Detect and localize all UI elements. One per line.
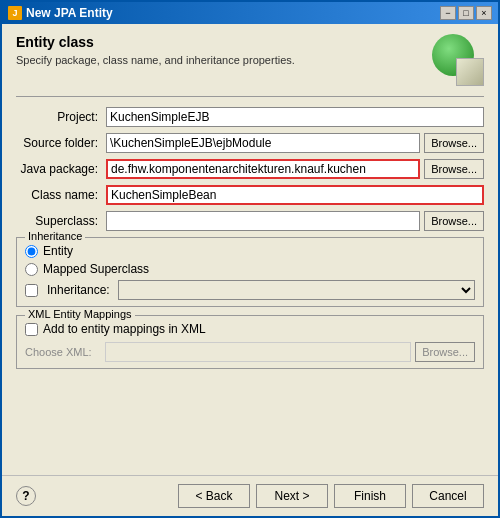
inheritance-dropdown-label: Inheritance: <box>47 283 110 297</box>
help-button[interactable]: ? <box>16 486 36 506</box>
xml-mappings-section: XML Entity Mappings Add to entity mappin… <box>16 315 484 369</box>
add-xml-label: Add to entity mappings in XML <box>43 322 206 336</box>
entity-radio-row: Entity <box>25 244 475 258</box>
inheritance-type-select[interactable] <box>118 280 475 300</box>
title-bar-left: J New JPA Entity <box>8 6 113 20</box>
finish-button[interactable]: Finish <box>334 484 406 508</box>
entity-radio[interactable] <box>25 245 38 258</box>
logo-overlap <box>456 58 484 86</box>
class-name-label: Class name: <box>16 188 106 202</box>
mapped-superclass-radio-row: Mapped Superclass <box>25 262 475 276</box>
class-name-input[interactable] <box>106 185 484 205</box>
class-name-row: Class name: <box>16 185 484 205</box>
source-folder-browse-button[interactable]: Browse... <box>424 133 484 153</box>
minimize-button[interactable]: − <box>440 6 456 20</box>
source-folder-input[interactable] <box>106 133 420 153</box>
java-package-input[interactable] <box>106 159 420 179</box>
title-bar: J New JPA Entity − □ × <box>2 2 498 24</box>
mapped-superclass-radio[interactable] <box>25 263 38 276</box>
inheritance-checkbox[interactable] <box>25 284 38 297</box>
cancel-button[interactable]: Cancel <box>412 484 484 508</box>
project-dropdown-wrapper: KuchenSimpleEJB <box>106 107 484 127</box>
source-folder-row: Source folder: Browse... <box>16 133 484 153</box>
window-title: New JPA Entity <box>26 6 113 20</box>
choose-xml-browse-button[interactable]: Browse... <box>415 342 475 362</box>
header-section: Entity class Specify package, class name… <box>16 34 484 86</box>
main-window: J New JPA Entity − □ × Entity class Spec… <box>0 0 500 518</box>
superclass-input[interactable] <box>106 211 420 231</box>
project-select[interactable]: KuchenSimpleEJB <box>106 107 484 127</box>
button-bar: ? < Back Next > Finish Cancel <box>2 475 498 516</box>
header-title: Entity class <box>16 34 432 50</box>
header-logo <box>432 34 484 86</box>
project-label: Project: <box>16 110 106 124</box>
header-text: Entity class Specify package, class name… <box>16 34 432 66</box>
title-bar-buttons: − □ × <box>440 6 492 20</box>
add-xml-row: Add to entity mappings in XML <box>25 322 475 336</box>
superclass-row: Superclass: Browse... <box>16 211 484 231</box>
mapped-superclass-label: Mapped Superclass <box>43 262 149 276</box>
project-row: Project: KuchenSimpleEJB <box>16 107 484 127</box>
inheritance-section-label: Inheritance <box>25 230 85 242</box>
xml-section-label: XML Entity Mappings <box>25 308 135 320</box>
superclass-browse-button[interactable]: Browse... <box>424 211 484 231</box>
choose-xml-row: Choose XML: Browse... <box>25 342 475 362</box>
inheritance-section: Inheritance Entity Mapped Superclass Inh… <box>16 237 484 307</box>
entity-radio-label: Entity <box>43 244 73 258</box>
source-folder-label: Source folder: <box>16 136 106 150</box>
java-package-label: Java package: <box>16 162 106 176</box>
window-icon: J <box>8 6 22 20</box>
superclass-label: Superclass: <box>16 214 106 228</box>
inheritance-checkbox-row: Inheritance: <box>25 280 475 300</box>
back-button[interactable]: < Back <box>178 484 250 508</box>
maximize-button[interactable]: □ <box>458 6 474 20</box>
dialog-content: Entity class Specify package, class name… <box>2 24 498 475</box>
header-divider <box>16 96 484 97</box>
add-xml-checkbox[interactable] <box>25 323 38 336</box>
java-package-browse-button[interactable]: Browse... <box>424 159 484 179</box>
choose-xml-label: Choose XML: <box>25 346 105 358</box>
next-button[interactable]: Next > <box>256 484 328 508</box>
choose-xml-input[interactable] <box>105 342 411 362</box>
header-subtitle: Specify package, class name, and inherit… <box>16 54 432 66</box>
spacer <box>16 375 484 465</box>
java-package-row: Java package: Browse... <box>16 159 484 179</box>
button-bar-right: < Back Next > Finish Cancel <box>178 484 484 508</box>
close-button[interactable]: × <box>476 6 492 20</box>
